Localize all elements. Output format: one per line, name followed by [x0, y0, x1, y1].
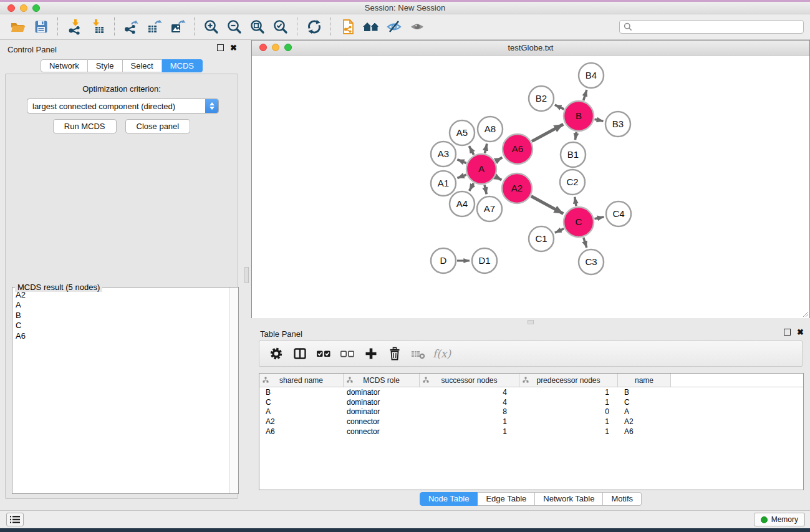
deselect-all-icon: [339, 346, 355, 361]
show-columns-button[interactable]: [288, 343, 312, 364]
table-row[interactable]: Bdominator41B: [259, 387, 803, 397]
delete-column-button[interactable]: [383, 343, 407, 364]
close-window-icon[interactable]: [7, 4, 15, 12]
export-network-button[interactable]: [120, 16, 143, 37]
create-column-button[interactable]: [359, 343, 383, 364]
refresh-layout-button[interactable]: [302, 16, 325, 37]
table-cell: dominator: [344, 398, 420, 407]
minimize-network-icon[interactable]: [272, 44, 279, 51]
mcds-result-item[interactable]: C: [13, 321, 228, 331]
float-panel-icon[interactable]: [217, 44, 224, 51]
import-network-button[interactable]: [63, 16, 86, 37]
graph-edge-A-A4[interactable]: [470, 183, 474, 191]
graph-edge-A-A5[interactable]: [469, 146, 473, 155]
column-header-MCDS-role[interactable]: MCDS role: [344, 374, 420, 387]
zoom-out-button[interactable]: [223, 16, 246, 37]
network-document-button[interactable]: [336, 16, 359, 37]
maximize-window-icon[interactable]: [32, 4, 40, 12]
tab-motifs[interactable]: Motifs: [603, 492, 642, 506]
tab-style[interactable]: Style: [88, 59, 123, 72]
graph-edge-A6-B[interactable]: [532, 124, 564, 141]
graph-edge-C-C4[interactable]: [594, 217, 604, 219]
table-settings-button[interactable]: [264, 343, 288, 364]
tab-select[interactable]: Select: [123, 59, 162, 72]
select-all-button[interactable]: [312, 343, 335, 364]
graph-edge-B-B2[interactable]: [555, 105, 564, 109]
graph-edge-A-A8[interactable]: [485, 143, 487, 153]
table-cell: B: [618, 388, 671, 397]
zoom-in-button[interactable]: [200, 16, 223, 37]
status-bar: Memory: [0, 510, 810, 528]
mcds-result-item[interactable]: A: [13, 300, 228, 310]
resize-grip-icon[interactable]: [802, 311, 809, 317]
graph-node-label: C4: [612, 208, 624, 219]
close-network-icon[interactable]: [259, 44, 267, 51]
graph-edge-A-A1[interactable]: [457, 175, 466, 178]
tab-edge-table[interactable]: Edge Table: [478, 492, 535, 506]
network-canvas[interactable]: B4B2BB3A5A8A6B1A3AA1C2A2A4A7C4CC1C3DD1: [252, 56, 809, 318]
close-panel-icon[interactable]: ✖: [230, 44, 237, 51]
graph-edge-C-C3[interactable]: [584, 238, 587, 248]
graph-edge-A-A3[interactable]: [457, 160, 466, 163]
import-table-button[interactable]: [86, 16, 109, 37]
scrollbar[interactable]: [229, 288, 238, 493]
close-table-panel-icon[interactable]: ✖: [797, 329, 804, 336]
tab-mcds[interactable]: MCDS: [162, 59, 203, 72]
graph-edge-A-A7[interactable]: [485, 185, 486, 194]
graph-node-label: A8: [485, 123, 496, 134]
search-input[interactable]: [635, 22, 799, 32]
graph-edge-A2-C[interactable]: [531, 196, 564, 213]
optimization-criterion-dropdown[interactable]: largest connected component (directed): [27, 99, 219, 114]
memory-button[interactable]: Memory: [754, 513, 805, 526]
table-cell: A: [618, 407, 671, 416]
maximize-network-icon[interactable]: [284, 44, 292, 51]
network-window-titlebar[interactable]: testGlobe.txt: [252, 41, 809, 56]
show-hidden-button[interactable]: [405, 16, 428, 37]
home-views-button[interactable]: [359, 16, 382, 37]
search-box[interactable]: [619, 20, 804, 34]
export-table-button[interactable]: [143, 16, 166, 37]
save-icon: [34, 19, 49, 34]
graph-edge-A-A2[interactable]: [496, 177, 502, 180]
column-header-name[interactable]: name: [618, 374, 671, 387]
graph-edge-B-B3[interactable]: [594, 119, 603, 121]
tab-network[interactable]: Network: [41, 59, 88, 72]
minimize-window-icon[interactable]: [20, 4, 27, 12]
split-pane-handle[interactable]: [244, 267, 249, 283]
graph-edge-B-B1[interactable]: [575, 132, 576, 140]
table-row[interactable]: A6connector11A6: [259, 427, 803, 437]
graph-edge-A-A6[interactable]: [496, 158, 503, 162]
deselect-all-button[interactable]: [335, 343, 359, 364]
mcds-result-item[interactable]: A2: [13, 290, 228, 300]
table-row[interactable]: A2connector11A2: [259, 417, 803, 427]
open-file-button[interactable]: [6, 16, 29, 37]
eye-slash-icon: [386, 19, 402, 35]
mcds-result-item[interactable]: B: [13, 311, 228, 321]
run-mcds-button[interactable]: Run MCDS: [53, 119, 117, 133]
table-cell: 8: [420, 407, 519, 416]
float-table-panel-icon[interactable]: [784, 329, 791, 336]
save-session-button[interactable]: [29, 16, 52, 37]
dropdown-stepper-icon[interactable]: [205, 99, 218, 113]
split-pane-handle[interactable]: [528, 320, 534, 324]
column-header-predecessor-nodes[interactable]: predecessor nodes: [519, 374, 618, 387]
tab-node-table[interactable]: Node Table: [420, 492, 478, 506]
close-panel-button[interactable]: Close panel: [125, 119, 191, 133]
table-header-row: shared nameMCDS rolesuccessor nodesprede…: [259, 374, 803, 387]
graph-edge-C-C2[interactable]: [575, 197, 576, 206]
zoom-selected-button[interactable]: [269, 16, 292, 37]
zoom-fit-button[interactable]: [246, 16, 269, 37]
column-header-shared-name[interactable]: shared name: [259, 374, 344, 387]
table-row[interactable]: Adominator80A: [259, 407, 803, 417]
mcds-result-item[interactable]: A6: [13, 331, 228, 341]
graph-edge-B-B4[interactable]: [584, 90, 587, 100]
graph-edge-C-C1[interactable]: [555, 229, 564, 233]
table-row[interactable]: Cdominator41C: [259, 397, 803, 407]
export-table-icon: [147, 19, 163, 35]
tab-network-table[interactable]: Network Table: [535, 492, 603, 506]
export-image-button[interactable]: [166, 16, 189, 37]
column-header-successor-nodes[interactable]: successor nodes: [420, 374, 519, 387]
hide-selected-button[interactable]: [382, 16, 405, 37]
task-history-button[interactable]: [6, 513, 24, 526]
column-type-icon: [523, 377, 529, 383]
